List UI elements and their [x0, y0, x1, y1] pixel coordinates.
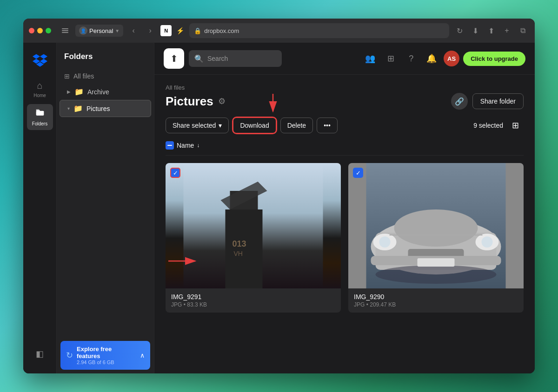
page-title: Pictures: [166, 94, 213, 109]
photo-info-1: IMG_9291 JPG • 83.3 KB: [166, 288, 341, 313]
svg-text:VH: VH: [234, 250, 243, 257]
people-icon-button[interactable]: 👥: [362, 50, 379, 67]
sort-name-label[interactable]: Name: [177, 142, 194, 149]
explore-banner[interactable]: ↻ Explore free features 2.94 GB of 6 GB …: [60, 341, 150, 370]
explore-icon: ↻: [66, 350, 73, 360]
folder-settings-button[interactable]: ⚙: [218, 96, 226, 106]
grid-icon-button[interactable]: ⊞: [382, 50, 399, 67]
tabs-button[interactable]: ⧉: [516, 24, 529, 37]
forward-button[interactable]: ›: [144, 24, 157, 37]
more-icon: •••: [324, 122, 331, 129]
avatar-initials: AS: [447, 55, 456, 62]
browser-body: ⌂ Home Folders ◧ Folders: [23, 43, 535, 373]
profile-pill[interactable]: 👤 Personal ▼: [75, 25, 123, 37]
ext-icon-2[interactable]: ⚡: [174, 25, 186, 36]
delete-label: Delete: [287, 122, 306, 129]
delete-button[interactable]: Delete: [280, 118, 313, 133]
collapse-sidebar-button[interactable]: ◧: [32, 346, 48, 362]
photo-checkbox-2[interactable]: ✓: [353, 168, 363, 178]
selected-count: 9 selected ⊞: [473, 117, 524, 134]
archive-label: Archive: [87, 88, 109, 96]
photo-checkbox-1[interactable]: ✓: [170, 168, 180, 178]
home-icon: ⌂: [37, 80, 42, 91]
share-selected-button[interactable]: Share selected ▾: [166, 118, 229, 133]
svg-rect-9: [226, 209, 263, 288]
main-content: ⬆ 🔍 Search 👥 ⊞ ? 🔔 AS Click to upgrade: [154, 43, 535, 373]
svg-rect-2: [62, 32, 68, 33]
sidebar-item-home[interactable]: ⌂ Home: [27, 76, 53, 102]
share-chevron-icon: ▾: [219, 122, 222, 129]
share-folder-button[interactable]: Share folder: [472, 93, 524, 109]
new-tab-button[interactable]: +: [500, 24, 513, 37]
explore-chevron-icon: ∧: [140, 352, 145, 359]
svg-rect-24: [418, 258, 455, 267]
top-bar-actions: 👥 ⊞ ? 🔔 AS Click to upgrade: [362, 50, 525, 67]
select-all-checkbox[interactable]: [166, 141, 174, 150]
download-button[interactable]: Download: [232, 117, 276, 134]
more-actions-button[interactable]: •••: [317, 118, 338, 133]
share-link-button[interactable]: 🔗: [451, 93, 468, 110]
search-bar[interactable]: 🔍 Search: [189, 50, 282, 67]
folders-list: ⊞ All files ▶ 📁 Archive ▾ 📁 Pictures: [57, 67, 154, 337]
sidebar-toggle-button[interactable]: [59, 24, 72, 37]
content-area: All files Pictures ⚙ 🔗 Share folder Shar…: [154, 75, 535, 373]
share-browser-button[interactable]: ⬆: [485, 24, 498, 37]
page-title-row: Pictures ⚙ 🔗 Share folder: [166, 93, 524, 110]
left-sidebar: ⌂ Home Folders ◧: [23, 43, 57, 373]
profile-name: Personal: [89, 27, 113, 34]
lock-icon: 🔒: [194, 27, 201, 34]
photo-item-1[interactable]: ✓: [166, 163, 341, 313]
sort-row: Name ↓: [166, 141, 524, 156]
user-avatar-button[interactable]: AS: [444, 51, 459, 66]
folders-panel: Folders ⊞ All files ▶ 📁 Archive ▾ 📁 Pict…: [57, 43, 154, 373]
pictures-label: Pictures: [86, 105, 110, 112]
breadcrumb: All files: [166, 84, 524, 91]
svg-rect-5: [36, 111, 44, 116]
all-files-item[interactable]: ⊞ All files: [57, 69, 154, 84]
dropbox-logo[interactable]: [31, 50, 49, 69]
close-button[interactable]: [29, 28, 34, 33]
home-label: Home: [33, 93, 46, 98]
photo-name-2: IMG_9290: [354, 293, 518, 301]
upgrade-button[interactable]: Click to upgrade: [463, 52, 525, 66]
folders-header-title: Folders: [57, 43, 154, 67]
explore-title: Explore free features: [77, 346, 136, 359]
share-folder-area: 🔗 Share folder: [451, 93, 524, 110]
action-bar: Share selected ▾ Download Delete ••• 9 s…: [166, 117, 524, 134]
extension-icons: N ⚡: [160, 25, 186, 36]
traffic-lights: [29, 28, 51, 33]
back-button[interactable]: ‹: [127, 24, 140, 37]
refresh-button[interactable]: ↻: [453, 24, 466, 37]
selected-count-text: 9 selected: [473, 122, 503, 129]
upload-button[interactable]: ⬆: [164, 48, 184, 69]
folders-icon: [35, 108, 45, 119]
sidebar-item-folders[interactable]: Folders: [27, 104, 53, 130]
sort-arrow-icon: ↓: [197, 142, 199, 149]
address-bar[interactable]: 🔒 dropbox.com: [189, 23, 449, 38]
address-text: dropbox.com: [204, 27, 239, 34]
all-files-label: All files: [73, 72, 94, 80]
grid-view-button[interactable]: ⊞: [507, 117, 524, 134]
bell-icon-button[interactable]: 🔔: [423, 50, 440, 67]
folder-item-archive[interactable]: ▶ 📁 Archive: [60, 84, 151, 100]
search-icon: 🔍: [194, 54, 204, 63]
svg-rect-1: [62, 30, 68, 31]
folder-item-pictures[interactable]: ▾ 📁 Pictures: [60, 100, 151, 117]
minimize-button[interactable]: [37, 28, 43, 33]
search-placeholder: Search: [207, 55, 228, 62]
download-status-button[interactable]: ⬇: [469, 24, 482, 37]
photo-item-2[interactable]: ✓: [348, 163, 524, 313]
profile-chevron-icon: ▼: [115, 28, 120, 33]
maximize-button[interactable]: [46, 28, 51, 33]
folders-label: Folders: [32, 121, 47, 126]
photo-grid: ✓: [166, 163, 524, 313]
explore-text: Explore free features 2.94 GB of 6 GB: [77, 346, 136, 365]
archive-folder-icon: 📁: [74, 87, 84, 96]
explore-sub: 2.94 GB of 6 GB: [77, 359, 136, 365]
chevron-right-icon: ▶: [67, 89, 71, 94]
browser-titlebar: 👤 Personal ▼ ‹ › N ⚡ 🔒 dropbox.com ↻ ⬇ ⬆…: [23, 19, 535, 43]
grid-icon: ⊞: [64, 72, 70, 80]
help-icon-button[interactable]: ?: [403, 50, 419, 67]
notion-icon[interactable]: N: [160, 25, 172, 36]
top-bar: ⬆ 🔍 Search 👥 ⊞ ? 🔔 AS Click to upgrade: [154, 43, 535, 75]
